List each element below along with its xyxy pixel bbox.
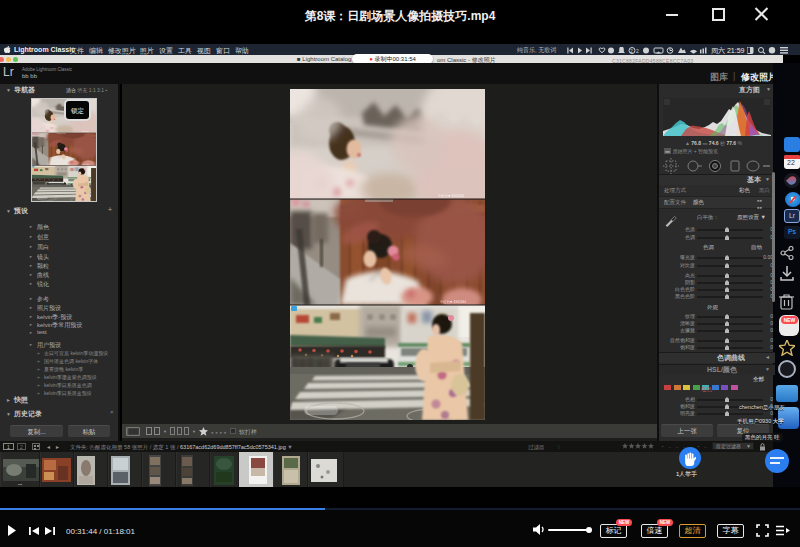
svg-text:2: 2 [636, 48, 639, 54]
svg-text:2: 2 [630, 48, 633, 54]
